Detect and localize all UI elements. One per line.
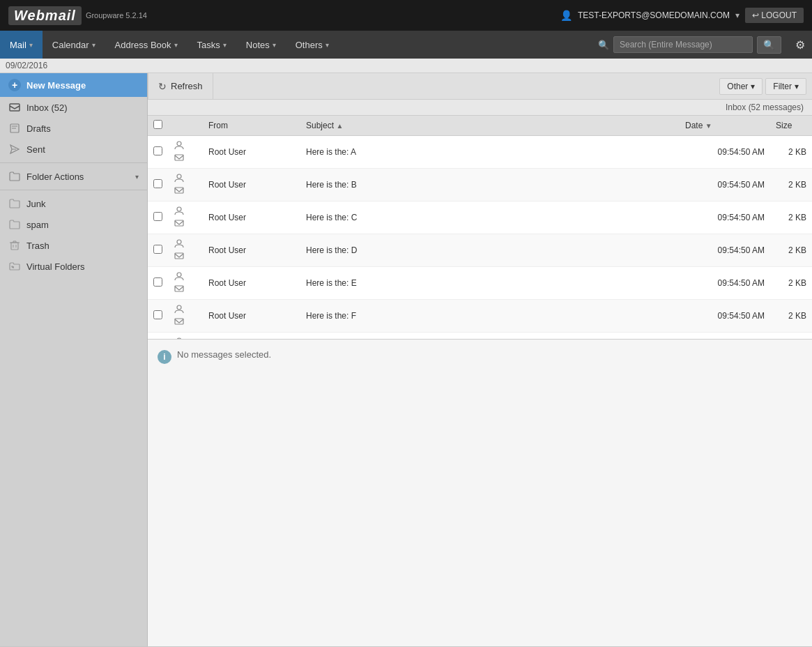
svg-point-21 [177, 273, 181, 277]
email-size: 2 KB [770, 169, 812, 201]
email-icon [174, 185, 185, 196]
calendar-chevron-icon: ▾ [92, 41, 95, 49]
row-checkbox[interactable] [153, 179, 162, 188]
new-message-button[interactable]: + New Message [0, 73, 147, 97]
spam-folder-icon [8, 218, 21, 231]
svg-point-15 [177, 174, 181, 178]
sidebar-item-inbox[interactable]: Inbox (52) [0, 97, 147, 118]
col-header-subject[interactable]: Subject ▲ [300, 116, 680, 136]
email-subject: Here is the: A [300, 136, 680, 169]
trash-icon [8, 239, 21, 252]
toolbar: ↻ Refresh Other ▾ Filter ▾ [148, 73, 812, 100]
email-icon [174, 316, 185, 327]
email-subject: Here is the: F [300, 300, 680, 333]
nav-item-notes[interactable]: Notes ▾ [236, 31, 286, 59]
refresh-icon: ↻ [158, 81, 167, 92]
search-input[interactable] [613, 36, 753, 53]
sidebar-item-junk[interactable]: Junk [0, 193, 147, 214]
subject-sort-icon: ▲ [336, 122, 343, 130]
search-button[interactable]: 🔍 [757, 36, 781, 54]
inbox-icon [8, 101, 21, 114]
col-header-date[interactable]: Date ▼ [680, 116, 770, 136]
sidebar-item-sent[interactable]: Sent [0, 139, 147, 160]
email-from: Root User [203, 201, 300, 234]
logout-button[interactable]: ↩ LOGOUT [745, 8, 804, 23]
inbox-count-label: Inbox (52 messages) [726, 102, 804, 112]
filter-chevron-icon: ▾ [795, 82, 799, 91]
contact-icon [174, 238, 185, 249]
filter-button[interactable]: Filter ▾ [765, 78, 806, 95]
refresh-button[interactable]: ↻ Refresh [148, 73, 213, 100]
other-button[interactable]: Other ▾ [719, 78, 763, 95]
table-row[interactable]: Root User Here is the: E 09:54:50 AM 2 K… [148, 267, 812, 300]
table-row[interactable]: Root User Here is the: G 09:54:50 AM 2 K… [148, 333, 812, 340]
svg-rect-22 [175, 286, 183, 291]
email-from: Root User [203, 300, 300, 333]
email-subject: Here is the: C [300, 201, 680, 234]
contact-icon [174, 271, 185, 282]
row-checkbox[interactable] [153, 212, 162, 221]
toolbar-right: Other ▾ Filter ▾ [717, 78, 812, 95]
table-row[interactable]: Root User Here is the: C 09:54:50 AM 2 K… [148, 201, 812, 234]
table-row[interactable]: Root User Here is the: B 09:54:50 AM 2 K… [148, 169, 812, 201]
contact-icon [174, 205, 185, 216]
nav-item-mail[interactable]: Mail ▾ [0, 31, 43, 59]
email-from: Root User [203, 333, 300, 340]
row-checkbox[interactable] [153, 146, 162, 155]
svg-point-23 [177, 305, 181, 310]
email-date: 09:54:50 AM [680, 169, 770, 201]
col-header-check[interactable] [148, 116, 168, 136]
logo-text: Webmail [14, 8, 76, 23]
info-icon: i [158, 350, 171, 364]
folder-actions-chevron-icon: ▾ [135, 173, 139, 181]
dropdown-arrow-icon[interactable]: ▾ [735, 10, 740, 20]
sidebar-item-spam[interactable]: spam [0, 214, 147, 235]
svg-rect-14 [175, 155, 183, 160]
mail-nav-label: Mail [10, 40, 26, 50]
gear-button[interactable]: ⚙ [788, 31, 812, 59]
nav-item-calendar[interactable]: Calendar ▾ [43, 31, 105, 59]
nav-item-tasks[interactable]: Tasks ▾ [187, 31, 236, 59]
row-checkbox[interactable] [153, 277, 162, 287]
svg-point-13 [177, 142, 181, 146]
email-icon [174, 283, 185, 294]
others-chevron-icon: ▾ [325, 41, 329, 49]
sidebar-divider-2 [0, 190, 147, 190]
junk-label: Junk [26, 199, 45, 209]
contact-icon [174, 139, 185, 151]
sidebar-item-trash[interactable]: Trash [0, 235, 147, 256]
content-area: ↻ Refresh Other ▾ Filter ▾ Inbox (52 mes… [148, 73, 812, 646]
email-date: 09:54:50 AM [680, 136, 770, 169]
subject-col-label: Subject [306, 121, 334, 130]
table-row[interactable]: Root User Here is the: F 09:54:50 AM 2 K… [148, 300, 812, 333]
table-row[interactable]: Root User Here is the: D 09:54:50 AM 2 K… [148, 234, 812, 267]
user-icon: 👤 [560, 10, 572, 21]
nav-item-others[interactable]: Others ▾ [286, 31, 339, 59]
sidebar-item-virtual-folders[interactable]: Virtual Folders [0, 256, 147, 277]
table-row[interactable]: Root User Here is the: A 09:54:50 AM 2 K… [148, 136, 812, 169]
row-checkbox[interactable] [153, 245, 162, 254]
groupware-version: Groupware 5.2.14 [86, 11, 147, 20]
col-header-from[interactable]: From [203, 116, 300, 136]
nav-item-address-book[interactable]: Address Book ▾ [105, 31, 187, 59]
drafts-label: Drafts [26, 123, 51, 134]
col-header-size: Size [770, 116, 812, 136]
email-date: 09:54:50 AM [680, 267, 770, 300]
sidebar-item-drafts[interactable]: Drafts [0, 118, 147, 139]
email-list-container[interactable]: From Subject ▲ Date ▼ Size [148, 116, 812, 339]
svg-rect-16 [175, 188, 183, 193]
other-label: Other [727, 82, 748, 91]
col-header-icons [168, 116, 203, 136]
email-size: 2 KB [770, 136, 812, 169]
sidebar-folder-actions[interactable]: Folder Actions ▾ [0, 166, 147, 187]
tasks-nav-label: Tasks [197, 40, 220, 50]
folder-actions-label: Folder Actions [26, 172, 84, 182]
new-message-icon: + [8, 79, 21, 91]
row-checkbox[interactable] [153, 310, 162, 319]
select-all-checkbox[interactable] [153, 120, 162, 129]
user-area: 👤 TEST-EXPORTS@SOMEDOMAIN.COM ▾ ↩ LOGOUT [560, 8, 804, 23]
email-subject: Here is the: D [300, 234, 680, 267]
email-from: Root User [203, 267, 300, 300]
inbox-header: Inbox (52 messages) [148, 100, 812, 116]
email-size: 2 KB [770, 267, 812, 300]
